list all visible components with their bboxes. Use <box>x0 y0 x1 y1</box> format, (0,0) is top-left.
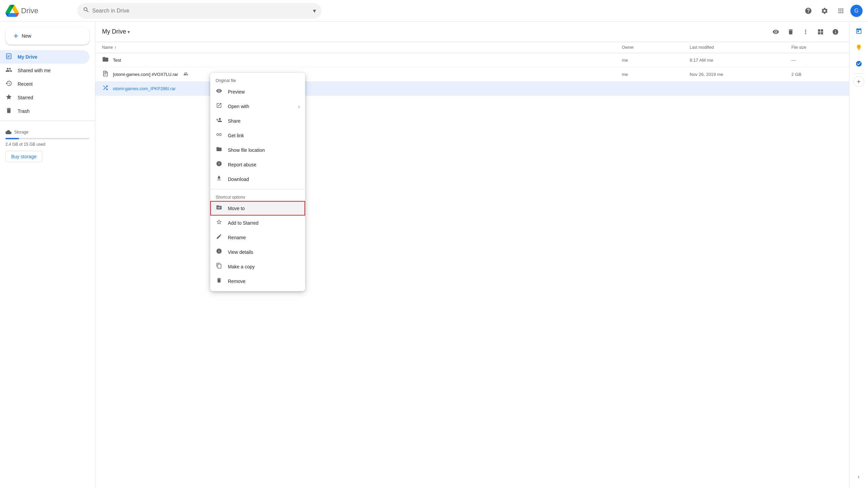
my-drive-icon <box>5 53 12 61</box>
context-view-details-item[interactable]: View details <box>210 245 305 259</box>
share-icon <box>216 117 222 125</box>
preview-icon <box>216 88 222 96</box>
right-sidebar-collapse-button[interactable]: › <box>858 474 860 480</box>
context-get-link-item[interactable]: Get link <box>210 128 305 143</box>
search-bar[interactable]: ▾ <box>77 3 321 19</box>
info-button[interactable] <box>829 25 842 39</box>
context-divider <box>210 189 305 189</box>
user-avatar[interactable]: G <box>850 5 863 17</box>
layout: + New My Drive Shared with me Recent <box>0 22 868 488</box>
star-icon <box>216 219 222 227</box>
sort-icon: ↑ <box>114 45 117 50</box>
context-rename-item[interactable]: Rename <box>210 230 305 245</box>
context-show-location-label: Show file location <box>228 147 265 153</box>
storage-section: Storage 2.4 GB of 15 GB used Buy storage <box>0 124 95 168</box>
breadcrumb: My Drive ▾ <box>102 28 130 35</box>
more-options-button[interactable] <box>799 25 812 39</box>
context-view-details-label: View details <box>228 249 253 255</box>
breadcrumb-dropdown-icon[interactable]: ▾ <box>127 29 130 35</box>
move-to-icon <box>216 204 222 212</box>
plus-icon: + <box>14 32 18 40</box>
sidebar-item-shared[interactable]: Shared with me <box>0 64 90 77</box>
search-dropdown-icon[interactable]: ▾ <box>313 7 316 15</box>
settings-button[interactable] <box>818 4 831 18</box>
context-share-label: Share <box>228 118 240 124</box>
context-make-copy-label: Make a copy <box>228 264 255 269</box>
buy-storage-button[interactable]: Buy storage <box>5 151 42 162</box>
search-input[interactable] <box>92 8 310 14</box>
starred-icon <box>5 94 12 102</box>
remove-icon <box>216 277 222 285</box>
context-open-with-item[interactable]: Open with › <box>210 99 305 114</box>
storage-text: 2.4 GB of 15 GB used <box>5 142 90 147</box>
context-download-item[interactable]: Download <box>210 172 305 186</box>
topbar-actions: G <box>802 4 863 18</box>
context-show-location-item[interactable]: Show file location <box>210 143 305 157</box>
table-row[interactable]: Test me 8:17 AM me — <box>95 53 849 67</box>
delete-button[interactable] <box>784 25 797 39</box>
add-apps-button[interactable]: + <box>853 76 864 87</box>
file-icon <box>102 70 109 79</box>
sidebar-trash-label: Trash <box>18 108 29 114</box>
right-sidebar: + › <box>849 22 868 488</box>
col-last-modified[interactable]: Last modified <box>690 45 791 50</box>
open-with-icon <box>216 102 222 110</box>
context-move-to-item[interactable]: Move to <box>210 201 305 216</box>
app-title: Drive <box>21 6 38 15</box>
context-share-item[interactable]: Share <box>210 114 305 128</box>
rename-icon <box>216 233 222 241</box>
trash-icon <box>5 107 12 116</box>
file-name-cell: Test <box>102 56 622 64</box>
svg-rect-0 <box>7 56 10 56</box>
view-toggle-button[interactable] <box>769 25 783 39</box>
file-owner: me <box>622 72 690 77</box>
context-open-with-label: Open with <box>228 104 249 109</box>
keep-icon-button[interactable] <box>852 41 866 54</box>
sidebar-item-my-drive[interactable]: My Drive <box>0 50 90 64</box>
context-menu: Original file Preview Open with › Share … <box>210 73 305 291</box>
context-report-abuse-item[interactable]: Report abuse <box>210 157 305 172</box>
sidebar-item-starred[interactable]: Starred <box>0 91 90 104</box>
context-preview-item[interactable]: Preview <box>210 84 305 99</box>
main-header: My Drive ▾ <box>95 22 849 42</box>
context-remove-label: Remove <box>228 279 245 284</box>
right-sidebar-divider <box>853 73 864 74</box>
grid-view-button[interactable] <box>814 25 827 39</box>
context-report-label: Report abuse <box>228 162 256 167</box>
main-content: My Drive ▾ <box>95 22 849 488</box>
file-owner: me <box>622 58 690 63</box>
sidebar-item-trash[interactable]: Trash <box>0 104 90 118</box>
help-button[interactable] <box>802 4 815 18</box>
download-icon <box>216 175 222 183</box>
sidebar-item-recent[interactable]: Recent <box>0 77 90 91</box>
context-add-starred-item[interactable]: Add to Starred <box>210 216 305 230</box>
breadcrumb-title: My Drive <box>102 28 126 35</box>
context-download-label: Download <box>228 177 249 182</box>
drive-logo-icon <box>5 4 19 18</box>
calendar-icon-button[interactable] <box>852 24 866 38</box>
table-row[interactable]: otomi-games.com_IPKP286I.rar <box>95 82 849 96</box>
shared-icon <box>5 66 12 75</box>
recent-icon <box>5 80 12 88</box>
new-button[interactable]: + New <box>5 27 90 45</box>
apps-button[interactable] <box>834 4 848 18</box>
copy-icon <box>216 263 222 270</box>
context-remove-item[interactable]: Remove <box>210 274 305 288</box>
details-icon <box>216 248 222 256</box>
file-name: Test <box>113 58 121 63</box>
file-modified: Nov 26, 2019 me <box>690 72 791 77</box>
submenu-chevron-icon: › <box>298 104 300 109</box>
col-name[interactable]: Name ↑ <box>102 45 622 50</box>
context-section-original-label: Original file <box>210 76 305 84</box>
folder-icon <box>102 56 109 64</box>
location-icon <box>216 146 222 154</box>
table-row[interactable]: [otomi-games.com] #VOX7LU.rar me Nov 26,… <box>95 67 849 82</box>
tasks-icon-button[interactable] <box>852 57 866 70</box>
file-name-cell: otomi-games.com_IPKP286I.rar <box>102 84 622 93</box>
context-make-copy-item[interactable]: Make a copy <box>210 259 305 274</box>
col-owner[interactable]: Owner <box>622 45 690 50</box>
sidebar-starred-label: Starred <box>18 95 33 100</box>
sidebar-shared-label: Shared with me <box>18 68 51 73</box>
col-file-size[interactable]: File size <box>791 45 842 50</box>
file-list: Test me 8:17 AM me — [otomi-games.com] #… <box>95 53 849 488</box>
